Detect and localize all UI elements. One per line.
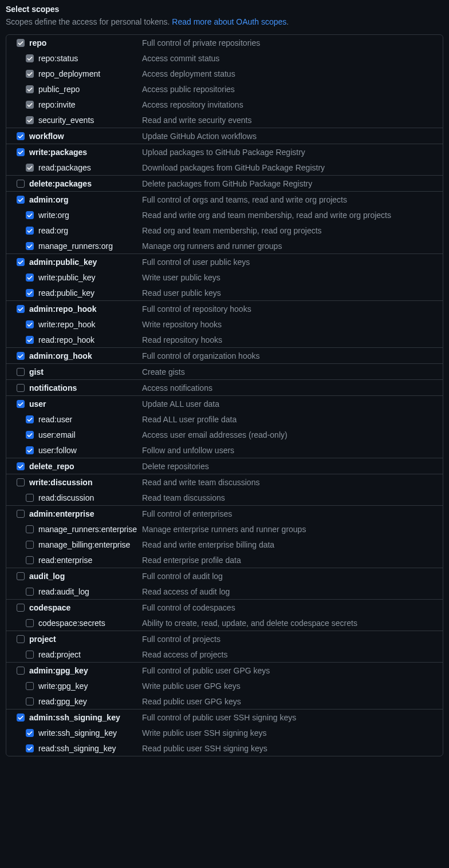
scope-checkbox-gist[interactable] (17, 368, 25, 376)
scope-checkbox-read-org[interactable] (26, 227, 34, 235)
scope-label[interactable]: write:public_key (38, 273, 96, 282)
scope-label[interactable]: repo_deployment (38, 69, 100, 78)
scope-checkbox-read-user[interactable] (26, 415, 34, 423)
scope-checkbox-read-project[interactable] (26, 651, 34, 659)
scope-checkbox-read-audit-log[interactable] (26, 588, 34, 596)
scope-label[interactable]: admin:ssh_signing_key (29, 713, 120, 722)
scope-description: Full control of audit log (142, 572, 437, 581)
scope-label[interactable]: write:packages (29, 148, 87, 157)
scope-label[interactable]: admin:org_hook (29, 351, 92, 360)
scope-checkbox-read-discussion[interactable] (26, 494, 34, 502)
scope-checkbox-write-discussion[interactable] (17, 478, 25, 486)
scope-label[interactable]: public_repo (38, 85, 80, 94)
scope-label[interactable]: read:ssh_signing_key (38, 744, 116, 753)
scope-label[interactable]: user (29, 399, 46, 409)
scope-label[interactable]: read:packages (38, 163, 91, 172)
scope-label[interactable]: project (29, 635, 56, 644)
scope-label[interactable]: admin:public_key (29, 257, 97, 267)
scope-checkbox-write-ssh-signing-key[interactable] (26, 729, 34, 737)
scope-checkbox-admin-org[interactable] (17, 196, 25, 204)
scope-label[interactable]: security_events (38, 116, 94, 125)
scope-checkbox-user-follow[interactable] (26, 446, 34, 454)
scope-checkbox-write-repo-hook[interactable] (26, 320, 34, 328)
scope-description: Read team discussions (142, 493, 437, 502)
scope-label[interactable]: user:email (38, 430, 76, 439)
scope-checkbox-write-packages[interactable] (17, 148, 25, 156)
scope-checkbox-read-public-key[interactable] (26, 289, 34, 297)
scope-checkbox-public-repo[interactable] (26, 85, 34, 93)
scope-label[interactable]: codespace:secrets (38, 619, 105, 628)
scope-label[interactable]: read:discussion (38, 493, 94, 502)
scope-checkbox-admin-org-hook[interactable] (17, 352, 25, 360)
scope-row-write-public-key: write:public_key Write user public keys (6, 269, 443, 285)
scope-checkbox-manage-billing-enterprise[interactable] (26, 541, 34, 549)
scope-checkbox-user-email[interactable] (26, 431, 34, 439)
scope-checkbox-read-enterprise[interactable] (26, 556, 34, 564)
scope-row-repo: repo Full control of private repositorie… (6, 35, 443, 50)
scope-label[interactable]: read:audit_log (38, 587, 89, 596)
scope-checkbox-repo-status[interactable] (26, 54, 34, 62)
scope-checkbox-audit-log[interactable] (17, 572, 25, 580)
scope-label[interactable]: write:discussion (29, 478, 92, 487)
scope-label[interactable]: write:org (38, 211, 69, 220)
scope-checkbox-repo-deployment[interactable] (26, 70, 34, 78)
scope-label[interactable]: codespace (29, 603, 70, 612)
scope-checkbox-write-gpg-key[interactable] (26, 682, 34, 690)
scope-label[interactable]: audit_log (29, 572, 65, 581)
scope-label[interactable]: manage_runners:enterprise (38, 525, 137, 534)
scope-checkbox-delete-repo[interactable] (17, 462, 25, 470)
scope-checkbox-read-repo-hook[interactable] (26, 336, 34, 344)
scope-label[interactable]: read:org (38, 226, 68, 235)
scope-label[interactable]: user:follow (38, 446, 77, 455)
scope-label[interactable]: admin:enterprise (29, 509, 94, 518)
scope-label[interactable]: write:ssh_signing_key (38, 728, 117, 738)
scope-checkbox-read-gpg-key[interactable] (26, 697, 34, 706)
scope-checkbox-notifications[interactable] (17, 384, 25, 392)
scope-label[interactable]: delete:packages (29, 179, 92, 188)
scope-label[interactable]: read:repo_hook (38, 335, 94, 344)
scope-label[interactable]: admin:org (29, 195, 68, 204)
scope-label[interactable]: admin:gpg_key (29, 666, 88, 675)
scope-label[interactable]: read:public_key (38, 288, 94, 298)
scope-checkbox-repo-invite[interactable] (26, 101, 34, 109)
scope-label[interactable]: repo:invite (38, 100, 76, 109)
scope-label[interactable]: write:repo_hook (38, 320, 96, 329)
scope-checkbox-manage-runners-enterprise[interactable] (26, 525, 34, 533)
scope-checkbox-admin-enterprise[interactable] (17, 510, 25, 518)
scope-checkbox-write-public-key[interactable] (26, 274, 34, 282)
scope-checkbox-write-org[interactable] (26, 211, 34, 219)
scope-checkbox-codespace-secrets[interactable] (26, 619, 34, 627)
scope-label[interactable]: notifications (29, 383, 77, 393)
scope-row-read-ssh-signing-key: read:ssh_signing_key Read public user SS… (6, 740, 443, 756)
scope-label[interactable]: manage_billing:enterprise (38, 540, 130, 549)
oauth-scopes-link[interactable]: Read more about OAuth scopes (172, 17, 286, 26)
scope-label[interactable]: gist (29, 367, 44, 376)
scope-label[interactable]: write:gpg_key (38, 681, 88, 691)
scope-label[interactable]: read:project (38, 650, 81, 659)
scope-checkbox-user[interactable] (17, 400, 25, 408)
scope-checkbox-project[interactable] (17, 635, 25, 643)
scope-checkbox-security-events[interactable] (26, 116, 34, 124)
scope-checkbox-read-packages[interactable] (26, 164, 34, 172)
scope-checkbox-codespace[interactable] (17, 604, 25, 612)
scope-checkbox-manage-runners-org[interactable] (26, 242, 34, 250)
scope-label[interactable]: delete_repo (29, 462, 74, 471)
scope-checkbox-admin-ssh-signing-key[interactable] (17, 714, 25, 722)
scope-label[interactable]: workflow (29, 132, 64, 141)
scope-description: Access deployment status (142, 69, 437, 78)
scope-label[interactable]: repo:status (38, 54, 78, 63)
scope-label[interactable]: manage_runners:org (38, 241, 113, 251)
scope-label[interactable]: read:enterprise (38, 556, 92, 565)
scope-checkbox-workflow[interactable] (17, 132, 25, 140)
scope-checkbox-repo[interactable] (17, 39, 25, 47)
scope-label[interactable]: admin:repo_hook (29, 304, 96, 314)
scope-checkbox-admin-repo-hook[interactable] (17, 305, 25, 313)
scope-row-write-repo-hook: write:repo_hook Write repository hooks (6, 316, 443, 332)
scope-label[interactable]: read:user (38, 415, 72, 424)
scope-checkbox-read-ssh-signing-key[interactable] (26, 744, 34, 752)
scope-checkbox-admin-public-key[interactable] (17, 258, 25, 266)
scope-label[interactable]: read:gpg_key (38, 697, 87, 706)
scope-checkbox-delete-packages[interactable] (17, 180, 25, 188)
scope-checkbox-admin-gpg-key[interactable] (17, 667, 25, 675)
scope-label[interactable]: repo (29, 38, 46, 47)
